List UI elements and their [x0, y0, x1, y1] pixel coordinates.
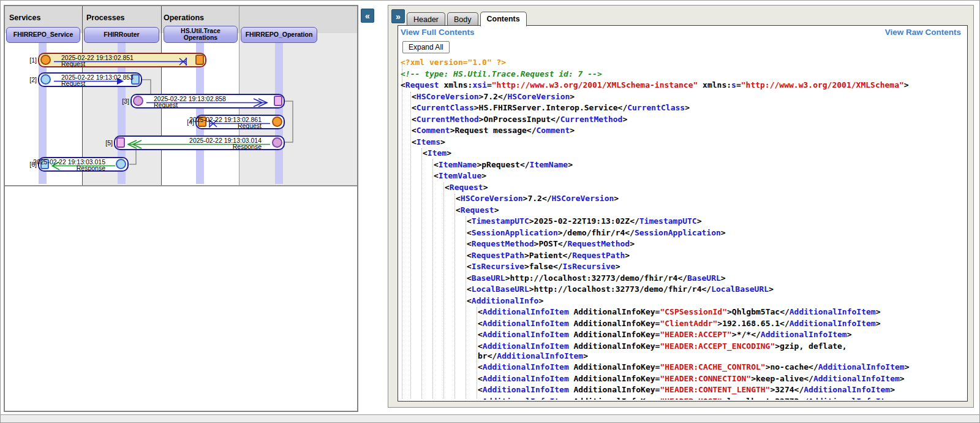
- xml-line: <!-- type: HS.Util.Trace.Request id: 7 -…: [401, 69, 927, 79]
- xml-line: <AdditionalInfoItem AdditionalInfoKey="H…: [401, 385, 927, 395]
- expand-all-button[interactable]: Expand All: [402, 41, 450, 53]
- xml-line: <?xml version="1.0" ?>: [401, 58, 927, 67]
- message-label: Request: [61, 61, 85, 67]
- host-fhirrepo-service[interactable]: FHIRREPO_Service: [6, 27, 80, 43]
- xml-line: <AdditionalInfoItem AdditionalInfoKey="H…: [401, 330, 927, 340]
- trace-message-1[interactable]: [1] 2025-02-22 19:13:02.851 Request: [38, 53, 206, 67]
- xml-line: <AdditionalInfo>: [401, 296, 927, 306]
- message-index: [5]: [99, 139, 113, 147]
- xml-line: <Request xmlns:xsi="http://www.w3.org/20…: [401, 80, 927, 90]
- source-endpoint-icon: [40, 55, 51, 65]
- xml-line: <Request>: [401, 205, 927, 215]
- xml-line: <SessionApplication>/demo/fhir/r4</Sessi…: [401, 228, 927, 238]
- collapse-left-pane-button[interactable]: «: [361, 9, 374, 23]
- message-label: Request: [238, 123, 262, 129]
- xml-line: <AdditionalInfoItem AdditionalInfoKey="C…: [401, 319, 927, 329]
- xml-line: <RequestPath>Patient</RequestPath>: [401, 251, 927, 261]
- xml-line: <Items>: [401, 137, 927, 147]
- source-endpoint-icon: [272, 137, 282, 148]
- message-label: Request: [61, 80, 85, 87]
- tab-bar: Header Body Contents: [407, 9, 529, 26]
- source-endpoint-icon: [133, 96, 143, 106]
- source-endpoint-icon: [116, 159, 126, 169]
- message-index: [1]: [23, 56, 37, 64]
- xml-line: <AdditionalInfoItem AdditionalInfoKey="H…: [401, 341, 927, 361]
- host-trace-operations[interactable]: HS.Util.Trace Operations: [164, 26, 238, 43]
- xml-line: <ItemName>pRequest</ItemName>: [401, 160, 927, 170]
- tab-contents[interactable]: Contents: [480, 12, 527, 26]
- xml-line: <RequestMethod>POST</RequestMethod>: [401, 239, 927, 249]
- host-fhirrouter[interactable]: FHIRRouter: [84, 27, 159, 43]
- xml-line: <HSCoreVersion>7.2</HSCoreVersion>: [401, 92, 927, 102]
- xml-line: <Item>: [401, 148, 927, 158]
- view-full-contents-link[interactable]: View Full Contents: [401, 28, 475, 37]
- sequence-diagram: Services Processes Operations FHIRREPO_S…: [5, 6, 357, 186]
- xml-line: <BaseURL>http://localhost:32773/demo/fhi…: [401, 273, 927, 283]
- xml-line: <TimestampUTC>2025-02-22T19:13:02Z</Time…: [401, 216, 927, 226]
- message-label: Response: [233, 143, 262, 150]
- trace-message-4[interactable]: [4] 2025-02-22 19:13:02.861 Request: [195, 115, 285, 129]
- host-fhirrepo-operation[interactable]: FHIRREPO_Operation: [241, 27, 317, 43]
- trace-message-6[interactable]: [6] 2025-02-22 19:13:03.015 Response: [38, 157, 129, 172]
- xml-line: <LocalBaseURL>http://localhost:32773/dem…: [401, 284, 927, 294]
- xml-line: <IsRecursive>false</IsRecursive>: [401, 262, 927, 272]
- xml-line: <Comment>Request message</Comment>: [401, 126, 927, 135]
- xml-line: <CurrentMethod>OnProcessInput</CurrentMe…: [401, 115, 927, 124]
- xml-line: <HSCoreVersion>7.2</HSCoreVersion>: [401, 194, 927, 204]
- xml-line: <Request>: [401, 183, 927, 192]
- target-endpoint-icon: [274, 96, 282, 106]
- message-label: Response: [77, 165, 105, 172]
- source-endpoint-icon: [40, 74, 51, 85]
- view-raw-contents-link[interactable]: View Raw Contents: [885, 28, 961, 37]
- xml-line: <AdditionalInfoItem AdditionalInfoKey="H…: [401, 362, 927, 372]
- xml-line: <AdditionalInfoItem AdditionalInfoKey="C…: [401, 307, 927, 317]
- trace-message-5[interactable]: [5] 2025-02-22 19:13:03.014 Response: [114, 135, 285, 150]
- tab-header[interactable]: Header: [407, 12, 445, 26]
- trace-diagram-panel: Services Processes Operations FHIRREPO_S…: [4, 5, 358, 412]
- trace-message-3[interactable]: [3] 2025-02-22 19:13:02.858 Request: [130, 94, 285, 109]
- bottom-strip: [0, 414, 980, 423]
- contents-tab-panel: View Full Contents View Raw Contents Exp…: [398, 25, 968, 402]
- xml-line: <AdditionalInfoItem AdditionalInfoKey="H…: [401, 374, 927, 384]
- xml-line: <AdditionalInfoItem AdditionalInfoKey="H…: [401, 397, 927, 400]
- xml-line: <CurrentClass>HS.FHIRServer.Interop.Serv…: [401, 103, 927, 113]
- contents-panel: » Header Body Contents View Full Content…: [388, 5, 974, 408]
- target-endpoint-icon: [116, 137, 125, 148]
- tab-body[interactable]: Body: [447, 12, 478, 26]
- xml-line: <ItemValue>: [401, 171, 927, 181]
- source-endpoint-icon: [272, 116, 282, 127]
- trace-message-2[interactable]: [2] 2025-02-22 19:13:02.853 Request: [38, 72, 142, 87]
- target-endpoint-icon: [195, 55, 204, 65]
- message-index: [2]: [23, 76, 37, 83]
- message-label: Request: [154, 102, 178, 109]
- message-index: [3]: [116, 97, 129, 105]
- expand-right-pane-button[interactable]: »: [391, 9, 405, 23]
- xml-block: <?xml version="1.0" ?><!-- type: HS.Util…: [401, 58, 927, 400]
